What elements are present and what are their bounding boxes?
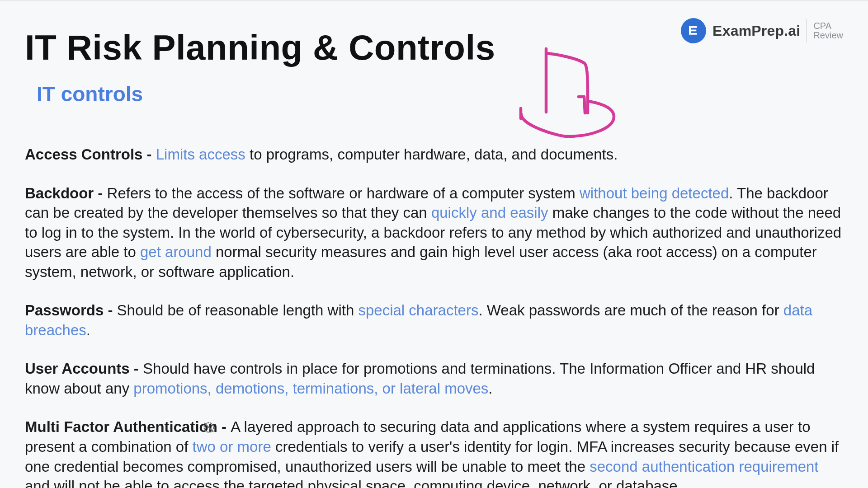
brand-divider (807, 19, 807, 42)
term-mfa: Multi Factor Authentication - (25, 418, 231, 435)
content-body: Access Controls - Limits access to progr… (25, 145, 843, 488)
term-passwords: Passwords - (25, 302, 117, 319)
text: . (488, 380, 492, 397)
text: and will not be able to access the targe… (25, 478, 682, 488)
brand-logo-block: ExamPrep.ai CPA Review (681, 18, 843, 43)
text: Should be of reasonable length with (117, 302, 359, 319)
brand-name: ExamPrep.ai (712, 23, 800, 39)
text: . (86, 322, 90, 338)
brand-sub-line2: Review (813, 31, 843, 40)
brand-subtitle: CPA Review (813, 21, 843, 40)
brand-sub-line1: CPA (813, 21, 843, 31)
highlight-without-detected: without being detected (580, 185, 729, 202)
brand-logo-icon (681, 18, 706, 43)
section-user-accounts: User Accounts - Should have controls in … (25, 359, 843, 398)
section-backdoor: Backdoor - Refers to the access of the s… (25, 183, 843, 282)
highlight-two-or-more: two or more (193, 438, 271, 455)
section-mfa: Multi Factor Authentication - A layered … (25, 417, 843, 488)
text: to programs, computer hardware, data, an… (245, 146, 618, 163)
text: . Weak passwords are much of the reason … (478, 302, 783, 319)
highlight-quickly-easily: quickly and easily (431, 204, 548, 221)
slide-page: ExamPrep.ai CPA Review IT Risk Planning … (0, 0, 868, 488)
section-passwords: Passwords - Should be of reasonable leng… (25, 300, 843, 340)
highlight-promotions-moves: promotions, demotions, terminations, or … (133, 380, 488, 397)
highlight-limits-access: Limits access (156, 146, 245, 163)
term-backdoor: Backdoor - (25, 185, 107, 202)
section-access-controls: Access Controls - Limits access to progr… (25, 145, 843, 164)
highlight-second-auth-req: second authentication requirement (590, 458, 818, 475)
term-access-controls: Access Controls - (25, 146, 156, 163)
text: Refers to the access of the software or … (107, 185, 580, 202)
highlight-special-characters: special characters (358, 302, 478, 319)
page-subtitle: IT controls (37, 82, 843, 106)
highlight-get-around: get around (140, 244, 212, 260)
term-user-accounts: User Accounts - (25, 360, 143, 377)
